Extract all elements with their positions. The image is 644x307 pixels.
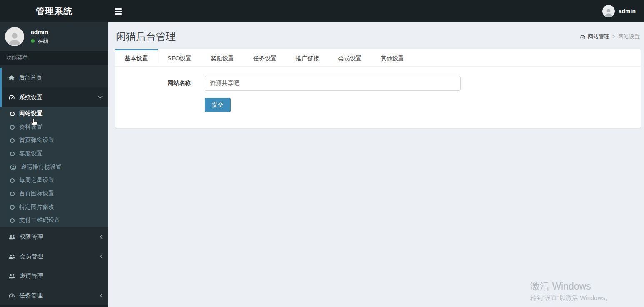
submenu-item-payment-qrcode-settings[interactable]: 支付二维码设置 (0, 214, 108, 227)
chevron-left-icon (100, 293, 103, 298)
submenu-item-customer-service-settings[interactable]: 客服设置 (0, 147, 108, 160)
windows-activation-watermark: 激活 Windows 转到“设置”以激活 Windows。 (530, 280, 611, 302)
circle-icon (10, 112, 15, 116)
submenu-item-profile-settings[interactable]: 资料设置 (0, 120, 108, 134)
circle-icon (10, 125, 15, 130)
tab-member-settings[interactable]: 会员设置 (329, 49, 371, 66)
chevron-down-icon (98, 96, 103, 99)
app-title: 管理系统 (36, 5, 73, 17)
site-name-label: 网站名称 (115, 80, 205, 87)
hamburger-icon (115, 11, 122, 12)
circle-icon (10, 192, 15, 196)
tab-promotion-link[interactable]: 推广链接 (286, 49, 329, 66)
sidebar: admin 在线 功能菜单 后台首页 系统设置 (0, 22, 108, 307)
sidebar-user-meta: admin 在线 (31, 29, 48, 45)
sidebar-item-permission-management[interactable]: 权限管理 (0, 227, 108, 247)
submenu-item-invite-ranking-settings[interactable]: 邀请排行榜设置 (0, 160, 108, 174)
sidebar-avatar-icon (5, 27, 24, 46)
submenu-item-weekly-star-settings[interactable]: 每周之星设置 (0, 174, 108, 187)
topbar-username: admin (619, 8, 636, 15)
breadcrumb-separator: > (612, 34, 615, 40)
circle-icon (10, 218, 15, 223)
tab-task-settings[interactable]: 任务设置 (244, 49, 286, 66)
app-logo[interactable]: 管理系统 (0, 0, 108, 22)
user-status: 在线 (31, 37, 48, 45)
circle-icon (10, 205, 15, 210)
submenu-item-specific-image-edit[interactable]: 特定图片修改 (0, 200, 108, 214)
breadcrumb-parent-link[interactable]: 网站管理 (580, 33, 609, 40)
content-header: 闲猫后台管理 网站管理 > 网站设置 (108, 22, 644, 49)
submenu-item-label: 特定图片修改 (19, 203, 54, 211)
submenu-item-home-icon-settings[interactable]: 首页图标设置 (0, 187, 108, 200)
sidebar-item-task-management[interactable]: 任务管理 (0, 286, 108, 305)
online-status-icon (31, 39, 35, 43)
dashboard-icon (8, 292, 15, 299)
site-name-form-row: 网站名称 (115, 76, 641, 91)
person-icon (6, 30, 23, 46)
submenu-item-label: 客服设置 (19, 150, 43, 157)
user-menu[interactable]: admin (594, 0, 644, 22)
main-content: 闲猫后台管理 网站管理 > 网站设置 基本设置 SEO设置 奖励设置 任务设置 … (108, 22, 644, 307)
breadcrumb-current: 网站设置 (618, 33, 640, 40)
submenu-item-label: 网站设置 (19, 110, 43, 117)
sidebar-username: admin (31, 29, 48, 35)
tab-reward-settings[interactable]: 奖励设置 (201, 49, 244, 66)
watermark-title: 激活 Windows (530, 280, 611, 293)
sidebar-footer-strip (0, 305, 108, 307)
chevron-left-icon (100, 254, 103, 259)
submenu-item-label: 支付二维码设置 (19, 217, 60, 224)
tab-basic-settings[interactable]: 基本设置 (115, 49, 158, 66)
sidebar-item-system-settings[interactable]: 系统设置 (0, 87, 108, 107)
sidebar-menu: 后台首页 系统设置 网站设置 资料设置 (0, 65, 108, 305)
chevron-left-icon (100, 235, 103, 239)
submenu-item-home-popup-settings[interactable]: 首页弹窗设置 (0, 134, 108, 147)
users-icon (8, 234, 15, 240)
circle-icon (10, 152, 15, 156)
settings-card: 基本设置 SEO设置 奖励设置 任务设置 推广链接 会员设置 其他设置 网站名称… (115, 49, 641, 128)
home-icon (8, 75, 15, 81)
page-title: 闲猫后台管理 (116, 30, 176, 43)
sidebar-item-label: 后台首页 (19, 74, 103, 82)
user-avatar-icon (602, 5, 615, 17)
tab-seo-settings[interactable]: SEO设置 (158, 49, 201, 66)
sidebar-toggle-button[interactable] (108, 0, 128, 22)
submit-button[interactable]: 提交 (205, 98, 231, 112)
sidebar-item-invite-management[interactable]: 邀请管理 (0, 266, 108, 286)
system-settings-submenu: 网站设置 资料设置 首页弹窗设置 客服设置 邀请排行榜设置 (0, 107, 108, 227)
settings-tabbar: 基本设置 SEO设置 奖励设置 任务设置 推广链接 会员设置 其他设置 (115, 49, 641, 67)
tab-other-settings[interactable]: 其他设置 (371, 49, 414, 66)
sidebar-item-label: 会员管理 (20, 253, 95, 260)
sidebar-item-home[interactable]: 后台首页 (0, 68, 108, 87)
breadcrumb: 网站管理 > 网站设置 (580, 33, 640, 40)
topbar: 管理系统 admin (0, 0, 644, 22)
hamburger-icon (115, 13, 122, 15)
person-icon (603, 7, 614, 17)
watermark-subtitle: 转到“设置”以激活 Windows。 (530, 294, 611, 302)
submenu-item-label: 首页图标设置 (19, 190, 54, 197)
submenu-item-label: 首页弹窗设置 (19, 137, 54, 144)
online-status-label: 在线 (38, 37, 48, 45)
users-icon (8, 254, 15, 260)
topbar-spacer (128, 0, 594, 22)
sidebar-item-label: 权限管理 (20, 233, 95, 241)
basic-settings-panel: 网站名称 提交 (115, 67, 641, 128)
users-icon (8, 273, 15, 279)
sidebar-item-member-management[interactable]: 会员管理 (0, 247, 108, 266)
sidebar-item-label: 邀请管理 (20, 272, 103, 280)
submenu-item-label: 邀请排行榜设置 (21, 163, 62, 171)
sidebar-user-panel: admin 在线 (0, 22, 108, 51)
dashboard-icon (580, 34, 586, 40)
circle-icon (10, 178, 15, 183)
submit-row: 提交 (205, 98, 641, 112)
hamburger-icon (115, 8, 122, 10)
breadcrumb-parent-label: 网站管理 (588, 33, 609, 40)
submenu-item-label: 资料设置 (19, 123, 43, 131)
menu-section-header: 功能菜单 (0, 51, 108, 65)
user-circle-icon (10, 164, 16, 170)
site-name-input[interactable] (205, 76, 461, 91)
submenu-item-site-settings[interactable]: 网站设置 (0, 107, 108, 120)
dashboard-icon (8, 94, 15, 100)
submenu-item-label: 每周之星设置 (19, 177, 54, 184)
sidebar-item-label: 系统设置 (19, 94, 94, 101)
circle-icon (10, 138, 15, 143)
